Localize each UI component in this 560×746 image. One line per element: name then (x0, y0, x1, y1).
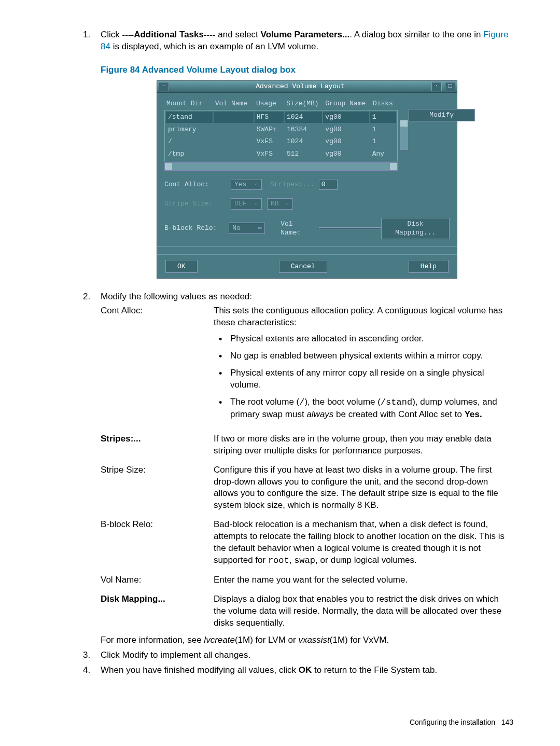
dialog-body: Mount Dir Vol Name Usage Size(MB) Group … (157, 93, 457, 254)
stripes-input[interactable]: 0 (319, 179, 338, 190)
cell-group: vg00 (323, 136, 369, 147)
stripes-label: Stripes:... (270, 180, 315, 189)
volume-listbox[interactable]: /standHFS1024vg001primarySWAP+16384vg001… (164, 110, 398, 161)
step-number: 3. (83, 650, 90, 661)
figure-caption: Figure 84 Advanced Volume Layout dialog … (101, 64, 513, 76)
desc-cont-alloc: This sets the contiguous allocation poli… (214, 305, 513, 426)
bblock-select[interactable]: No▭ (229, 223, 265, 234)
advanced-volume-layout-dialog: – Advanced Volume Layout · □ Mount Dir V… (157, 80, 457, 279)
cell-group: vg00 (323, 148, 369, 160)
emph: vxassist (298, 635, 329, 645)
list-item: No gap is enabled between physical exten… (214, 350, 513, 362)
t: ), the boot volume ( (304, 397, 380, 407)
code: swap (294, 556, 315, 565)
help-button[interactable]: Help (409, 260, 449, 273)
col-disks: Disks (371, 98, 398, 109)
listbox-row: /standHFS1024vg001primarySWAP+16384vg001… (164, 109, 450, 161)
dropdown-icon: ▭ (255, 181, 258, 188)
step-number: 2. (83, 291, 90, 303)
cell-vol (214, 148, 253, 160)
desc-stripe-size: Configure this if you have at least two … (214, 464, 513, 512)
table-row[interactable]: /standHFS1024vg001 (166, 112, 396, 123)
table-row[interactable]: primarySWAP+16384vg001 (166, 124, 396, 135)
step-4: 4. When you have finished modifying all … (101, 665, 513, 676)
footer-text: Configuring the installation (410, 718, 495, 726)
t: . A dialog box similar to the one in (349, 30, 483, 39)
emph: always (306, 409, 333, 419)
dialog-container: – Advanced Volume Layout · □ Mount Dir V… (101, 80, 513, 279)
cont-alloc-row: Cont Alloc: Yes▭ Stripes:... 0 (164, 179, 450, 190)
cell-disks: Any (370, 148, 396, 160)
cell-group: vg00 (323, 112, 369, 123)
modify-button[interactable]: Modify (409, 109, 475, 121)
cell-mount: primary (166, 124, 213, 135)
volname-input[interactable] (319, 227, 381, 229)
dropdown-icon: ▭ (255, 200, 258, 208)
separator (157, 246, 457, 247)
cell-mount: / (166, 136, 213, 147)
volume-parameters-label: Volume Parameters... (261, 30, 350, 39)
stripe-size-scale-select[interactable]: KB▭ (267, 198, 293, 210)
cell-vol (214, 136, 253, 147)
t: When you have finished modifying all val… (101, 665, 299, 675)
emph: lvcreate (204, 635, 235, 645)
cell-usage: SWAP+ (255, 124, 284, 135)
desc-diskmap: Displays a dialog box that enables you t… (214, 593, 513, 629)
t: is displayed, which is an example of an … (110, 42, 318, 51)
ok-button[interactable]: OK (165, 260, 198, 273)
stripe-size-label: Stripe Size: (164, 199, 231, 209)
term-stripe-size: Stripe Size: (101, 464, 203, 512)
t: (1M) for VxVM. (330, 635, 389, 645)
cell-size: 512 (285, 148, 322, 160)
step3-text: Click Modify to implement all changes. (101, 650, 250, 660)
cell-disks: 1 (370, 112, 396, 123)
stripe-size-unit-select[interactable]: DEF▭ (231, 198, 262, 210)
step-number: 1. (83, 29, 90, 41)
window-menu-icon[interactable]: – (159, 82, 169, 91)
table-row[interactable]: /tmpVxFS512vg00Any (166, 148, 396, 160)
col-mount: Mount Dir (164, 98, 213, 109)
bold: Yes. (465, 409, 482, 419)
additional-tasks-label: ----Additional Tasks---- (122, 30, 216, 39)
cell-size: 16384 (285, 124, 322, 135)
hscroll[interactable] (164, 162, 398, 171)
code: /stand (381, 397, 412, 407)
cont-alloc-bullets: Physical extents are allocated in ascend… (214, 333, 513, 421)
t: , (289, 555, 294, 565)
cell-usage: VxFS (255, 148, 284, 160)
cell-disks: 1 (370, 124, 396, 135)
dropdown-icon: ▭ (258, 225, 261, 232)
col-group: Group Name (323, 98, 371, 109)
minimize-icon[interactable]: · (431, 82, 442, 91)
desc-bblock: Bad-block relocation is a mechanism that… (214, 519, 513, 567)
cont-alloc-select[interactable]: Yes▭ (231, 179, 262, 190)
disk-mapping-button[interactable]: Disk Mapping... (381, 218, 450, 239)
more-info-line: For more information, see lvcreate(1M) f… (101, 634, 513, 646)
bblock-row: B-block Relo: No▭ Vol Name: Disk Mapping… (164, 218, 450, 239)
dialog-title: Advanced Volume Layout (171, 82, 430, 91)
cell-vol (214, 124, 253, 135)
desc-stripes: If two or more disks are in the volume g… (214, 433, 513, 457)
step-2: 2. Modify the following values as needed… (101, 291, 513, 646)
vscroll[interactable] (398, 109, 407, 161)
page-footer: Configuring the installation 143 (410, 717, 513, 727)
cont-alloc-value: Yes (234, 180, 246, 189)
list-item: Physical extents of any mirror copy all … (214, 367, 513, 391)
term-diskmap: Disk Mapping... (101, 593, 203, 629)
cell-usage: HFS (255, 112, 284, 123)
cancel-button[interactable]: Cancel (279, 260, 327, 273)
cell-size: 1024 (285, 136, 322, 147)
table-header-row: Mount Dir Vol Name Usage Size(MB) Group … (164, 98, 450, 109)
step4-text: When you have finished modifying all val… (101, 665, 437, 675)
col-usage: Usage (254, 98, 284, 109)
cell-disks: 1 (370, 136, 396, 147)
unit-val: DEF (234, 199, 246, 209)
t: and select (216, 30, 261, 39)
step1-text: Click ----Additional Tasks---- and selec… (101, 30, 508, 51)
cell-size: 1024 (285, 112, 322, 123)
step-3: 3. Click Modify to implement all changes… (101, 650, 513, 661)
col-size: Size(MB) (284, 98, 323, 109)
maximize-icon[interactable]: □ (445, 82, 455, 91)
t: be created with Cont Alloc set to (333, 409, 464, 419)
table-row[interactable]: /VxFS1024vg001 (166, 136, 396, 147)
